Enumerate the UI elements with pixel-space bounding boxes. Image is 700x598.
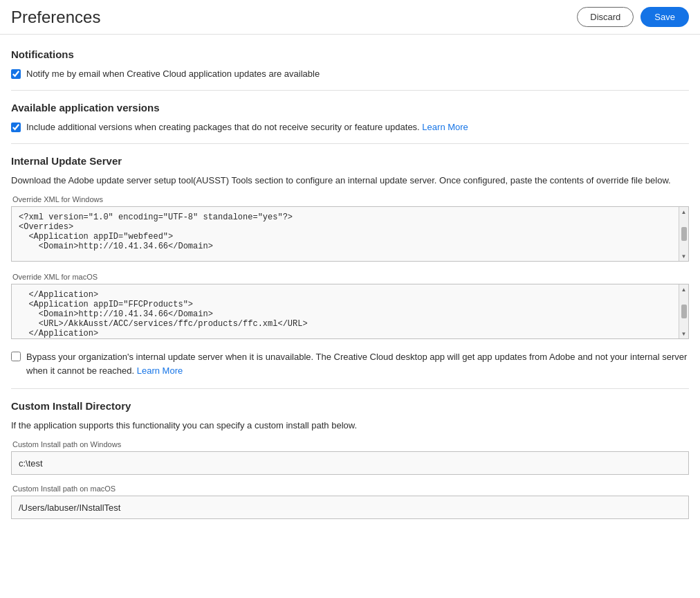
bypass-learn-more[interactable]: Learn More [137, 365, 183, 376]
windows-xml-scrollbar: ▲ ▼ [679, 207, 688, 261]
windows-path-input[interactable] [11, 451, 689, 475]
windows-xml-block: Override XML for Windows ▲ ▼ [11, 195, 689, 262]
custom-install-title: Custom Install Directory [11, 400, 689, 412]
include-versions-checkbox[interactable] [11, 123, 21, 132]
bypass-row: Bypass your organization's internal upda… [11, 350, 689, 377]
windows-xml-scroll-track [681, 217, 688, 251]
custom-install-description: If the application supports this functio… [11, 420, 689, 431]
macos-path-label: Custom Install path on macOS [11, 484, 689, 493]
notifications-title: Notifications [11, 48, 689, 60]
windows-path-label: Custom Install path on Windows [11, 440, 689, 448]
divider-2 [11, 143, 689, 144]
notify-email-label: Notify me by email when Creative Cloud a… [26, 69, 320, 79]
windows-xml-textarea[interactable] [12, 207, 679, 261]
available-versions-checkbox-row: Include additional versions when creatin… [11, 122, 689, 132]
macos-xml-scroll-track [681, 294, 688, 329]
windows-xml-wrapper: ▲ ▼ [11, 206, 689, 262]
macos-path-input[interactable] [11, 496, 689, 519]
notifications-checkbox-row: Notify me by email when Creative Cloud a… [11, 69, 689, 79]
available-versions-title: Available application versions [11, 102, 689, 114]
internal-update-server-title: Internal Update Server [11, 155, 689, 167]
divider-1 [11, 90, 689, 91]
macos-xml-scrollbar: ▲ ▼ [679, 284, 688, 338]
macos-xml-textarea[interactable] [12, 284, 679, 338]
available-versions-learn-more[interactable]: Learn More [422, 122, 468, 132]
notify-email-checkbox[interactable] [11, 69, 21, 79]
windows-xml-scroll-up[interactable]: ▲ [681, 208, 688, 215]
discard-button[interactable]: Discard [577, 7, 634, 27]
macos-xml-block: Override XML for macOS ▲ ▼ [11, 273, 689, 339]
bypass-server-label: Bypass your organization's internal upda… [26, 350, 689, 377]
include-versions-label: Include additional versions when creatin… [26, 122, 468, 132]
macos-xml-scroll-thumb [681, 305, 687, 318]
macos-xml-wrapper: ▲ ▼ [11, 284, 689, 339]
windows-xml-scroll-down[interactable]: ▼ [681, 253, 688, 260]
main-content: Notifications Notify me by email when Cr… [0, 35, 700, 548]
internal-update-server-section: Internal Update Server Download the Adob… [11, 155, 689, 377]
divider-3 [11, 388, 689, 389]
bypass-server-checkbox[interactable] [11, 352, 21, 361]
available-versions-section: Available application versions Include a… [11, 102, 689, 132]
header-buttons: Discard Save [577, 7, 689, 27]
internal-update-server-description: Download the Adobe update server setup t… [11, 175, 689, 185]
save-button[interactable]: Save [641, 7, 689, 27]
macos-xml-scroll-down[interactable]: ▼ [681, 330, 688, 337]
notifications-section: Notifications Notify me by email when Cr… [11, 48, 689, 79]
page-title: Preferences [11, 8, 100, 27]
header: Preferences Discard Save [0, 0, 700, 35]
windows-xml-label: Override XML for Windows [11, 195, 689, 203]
custom-install-section: Custom Install Directory If the applicat… [11, 400, 689, 529]
macos-xml-label: Override XML for macOS [11, 273, 689, 281]
windows-xml-scroll-thumb [681, 227, 687, 241]
macos-xml-scroll-up[interactable]: ▲ [681, 286, 688, 293]
